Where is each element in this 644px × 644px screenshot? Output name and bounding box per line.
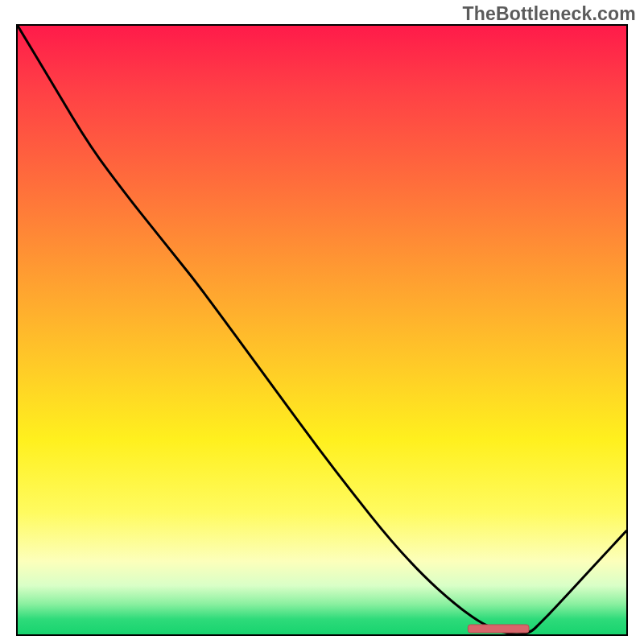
- optimum-marker: [468, 625, 529, 633]
- plot-frame: [16, 24, 628, 636]
- chart-container: TheBottleneck.com: [0, 0, 644, 644]
- watermark-text: TheBottleneck.com: [462, 3, 636, 25]
- bottleneck-curve: [18, 26, 626, 634]
- chart-svg: [18, 26, 626, 634]
